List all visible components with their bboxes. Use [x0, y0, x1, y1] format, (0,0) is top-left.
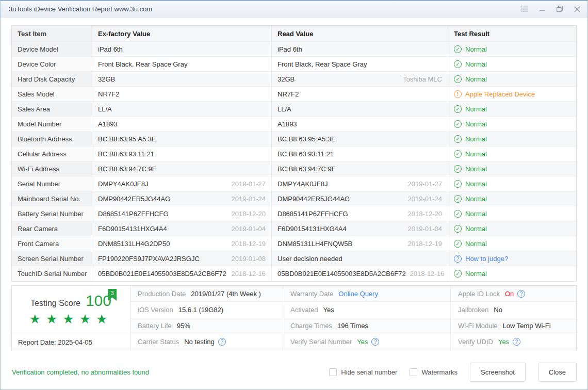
result-label: Normal	[465, 120, 487, 128]
charge-times-value: 196 Times	[337, 322, 368, 330]
testing-score-block: Testing Score 100 3 ★★★★★	[12, 286, 130, 334]
result-label: Normal	[465, 270, 487, 278]
help-icon[interactable]	[371, 338, 379, 346]
check-circle-icon	[454, 105, 462, 113]
production-date-label: Production Date	[138, 290, 186, 298]
checkbox-box[interactable]	[329, 368, 337, 376]
minimize-icon[interactable]	[538, 5, 546, 13]
ex-factory-value: BC:B8:63:95:A5:3E	[98, 135, 156, 143]
activated-label: Activated	[290, 306, 318, 314]
ex-factory-value: D8685141P6ZFFHCFG	[98, 210, 169, 218]
summary-panel: Testing Score 100 3 ★★★★★ Report Date: 2…	[11, 285, 577, 350]
result-label: Normal	[465, 165, 487, 173]
test-item-label: Hard Disk Capacity	[12, 72, 92, 87]
read-value: Front Black, Rear Space Gray	[277, 60, 367, 68]
star-rating: ★★★★★	[12, 312, 130, 327]
ios-version-value: 15.6.1 (19G82)	[178, 306, 223, 314]
table-row: Battery Serial Number D8685141P6ZFFHCFG2…	[12, 206, 576, 221]
ex-factory-date: 2018-12-20	[227, 210, 266, 218]
check-circle-icon	[454, 240, 462, 248]
result-label: Normal	[465, 135, 487, 143]
result-label: Normal	[465, 225, 487, 233]
check-circle-icon	[454, 225, 462, 233]
read-value: BC:B8:63:95:A5:3E	[277, 135, 336, 143]
header-test-result: Test Result	[448, 26, 576, 42]
table-row: Front Camera DNM85131LH4G2DP502018-12-19…	[12, 236, 576, 251]
test-item-label: Cellular Address	[12, 147, 92, 161]
help-icon[interactable]	[218, 338, 226, 346]
table-row: Serial Number DMPY4AK0JF8J2019-01-27 DMP…	[12, 176, 576, 191]
read-value: DMPY4AK0JF8J	[277, 180, 328, 188]
read-value: NR7F2	[277, 90, 299, 98]
check-circle-icon	[454, 45, 462, 53]
ex-factory-value: 32GB	[98, 75, 115, 83]
table-row: Rear Camera F6D90154131HXG4A42019-01-04 …	[12, 221, 576, 236]
activated-value: Yes	[323, 306, 334, 314]
check-circle-icon	[454, 120, 462, 128]
restore-icon[interactable]	[556, 5, 564, 13]
read-value: BC:B8:63:93:11:21	[277, 150, 334, 158]
ex-factory-value: F6D90154131HXG4A4	[98, 225, 167, 233]
testing-score-value: 100	[86, 293, 111, 308]
test-item-label: Wi-Fi Address	[12, 161, 92, 176]
read-date: 2019-01-27	[404, 180, 443, 188]
verify-udid-label: Verify UDID	[458, 338, 493, 346]
ex-factory-value: A1893	[98, 120, 118, 128]
hide-serial-number-label: Hide serial number	[341, 368, 397, 376]
read-value-note: Toshiba MLC	[399, 75, 442, 83]
result-label: Apple Replaced Device	[465, 90, 535, 98]
warranty-date-label: Warranty Date	[290, 290, 333, 298]
table-row: Mainboard Serial No. DMP90442ER5JG44AG20…	[12, 191, 576, 206]
hide-serial-number-checkbox[interactable]: Hide serial number	[329, 368, 397, 376]
check-circle-icon	[454, 210, 462, 218]
ex-factory-date: 2018-12-19	[227, 240, 266, 248]
read-value: User decision needed	[277, 255, 342, 263]
warranty-online-query-link[interactable]: Online Query	[338, 290, 378, 298]
ex-factory-value: LL/A	[98, 105, 112, 113]
ex-factory-date: 2019-01-04	[227, 225, 266, 233]
check-circle-icon	[454, 135, 462, 143]
jailbroken-label: Jailbroken	[458, 306, 488, 314]
ex-factory-value: Front Black, Rear Space Gray	[98, 60, 187, 68]
apple-id-lock-value: On	[505, 290, 514, 298]
question-circle-icon[interactable]	[454, 255, 462, 263]
ex-factory-value: iPad 6th	[98, 45, 123, 53]
help-icon[interactable]	[517, 290, 525, 298]
ex-factory-value: DNM85131LH4G2DP50	[98, 240, 170, 248]
table-row: TouchID Serial Number 05BD0B021E0E140550…	[12, 266, 576, 281]
test-item-label: Rear Camera	[12, 221, 92, 236]
test-item-label: Battery Serial Number	[12, 206, 92, 221]
read-value: LL/A	[277, 105, 291, 113]
ex-factory-date: 2019-01-08	[227, 255, 266, 263]
table-row: Hard Disk Capacity 32GB 32GBToshiba MLC …	[12, 72, 576, 87]
apple-id-lock-label: Apple ID Lock	[458, 290, 500, 298]
table-row: Bluetooth Address BC:B8:63:95:A5:3E BC:B…	[12, 132, 576, 147]
ex-factory-date: 2019-01-27	[227, 180, 266, 188]
result-label: Normal	[465, 60, 487, 68]
ex-factory-value: BC:B8:63:94:7C:9F	[98, 165, 156, 173]
help-icon[interactable]	[513, 338, 520, 346]
ex-factory-date: 2018-12-16	[227, 270, 266, 278]
checkbox-box[interactable]	[410, 368, 417, 376]
battery-life-label: Battery Life	[138, 322, 172, 330]
menu-icon[interactable]	[520, 5, 529, 13]
close-icon[interactable]	[573, 5, 581, 13]
close-button[interactable]: Close	[538, 363, 577, 382]
test-item-label: Mainboard Serial No.	[12, 191, 92, 206]
header-ex-factory-value: Ex-factory Value	[92, 26, 272, 42]
watermarks-label: Watermarks	[421, 368, 458, 376]
screenshot-button[interactable]: Screenshot	[470, 363, 526, 382]
read-value: 32GB	[277, 75, 295, 83]
test-item-label: Device Color	[12, 57, 92, 72]
how-to-judge-link[interactable]: How to judge?	[465, 255, 508, 263]
watermarks-checkbox[interactable]: Watermarks	[410, 368, 458, 376]
titlebar: 3uTools iDevice Verification Report www.…	[1, 1, 587, 18]
test-item-label: Sales Model	[12, 87, 92, 102]
check-circle-icon	[454, 60, 462, 68]
test-item-label: Sales Area	[12, 102, 92, 117]
check-circle-icon	[454, 75, 462, 83]
table-row: Device Model iPad 6th iPad 6th Normal	[12, 42, 576, 57]
warning-circle-icon	[454, 90, 462, 98]
table-row: Device Color Front Black, Rear Space Gra…	[12, 57, 576, 72]
verify-udid-value: Yes	[498, 338, 509, 346]
